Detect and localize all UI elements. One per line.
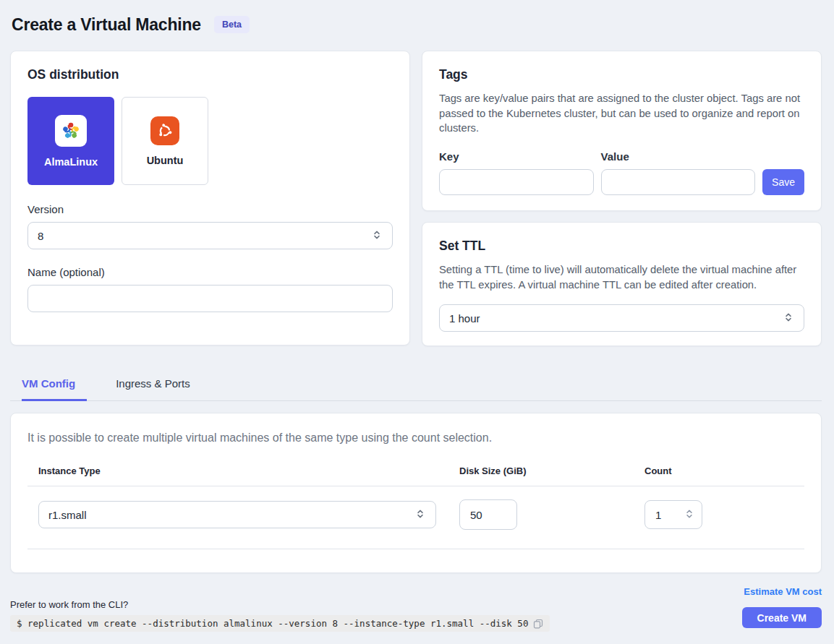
column-header-disk-size: Disk Size (GiB) — [448, 465, 634, 476]
value-label: Value — [601, 150, 756, 163]
os-card-title: OS distribution — [27, 67, 393, 82]
tags-title: Tags — [439, 67, 804, 82]
tags-description: Tags are key/value pairs that are assign… — [439, 91, 804, 136]
cli-prompt: Prefer to work from the CLI? — [10, 599, 550, 610]
name-label: Name (optional) — [27, 266, 393, 278]
os-tile-label-almalinux: AlmaLinux — [44, 156, 98, 168]
set-ttl-card: Set TTL Setting a TTL (time to live) wil… — [422, 222, 822, 346]
copy-icon[interactable] — [533, 619, 543, 629]
os-tile-almalinux[interactable]: AlmaLinux — [27, 97, 114, 185]
vm-config-card: It is possible to create multiple virtua… — [10, 413, 822, 573]
chevron-up-down-icon — [371, 229, 383, 243]
tab-bar: VM Config Ingress & Ports — [10, 369, 822, 401]
count-value: 1 — [655, 509, 661, 521]
os-distribution-card: OS distribution — [10, 51, 410, 345]
ttl-title: Set TTL — [439, 239, 804, 254]
column-header-count: Count — [634, 465, 804, 476]
os-tile-label-ubuntu: Ubuntu — [147, 155, 184, 166]
os-tile-ubuntu[interactable]: Ubuntu — [122, 97, 208, 185]
footer: Prefer to work from the CLI? $ replicate… — [10, 586, 822, 632]
right-column: Tags Tags are key/value pairs that are a… — [422, 51, 822, 346]
key-label: Key — [439, 150, 594, 163]
almalinux-icon — [55, 115, 87, 147]
beta-badge: Beta — [214, 16, 250, 33]
save-button[interactable]: Save — [762, 169, 804, 195]
ttl-select[interactable]: 1 hour — [439, 304, 804, 332]
tab-vm-config[interactable]: VM Config — [22, 369, 87, 401]
version-select-value: 8 — [38, 230, 43, 242]
key-input[interactable] — [439, 169, 594, 195]
cli-command: $ replicated vm create --distribution al… — [17, 618, 528, 629]
tags-form: Key Value Save — [439, 150, 804, 195]
ttl-select-value: 1 hour — [449, 312, 480, 325]
column-header-instance-type: Instance Type — [27, 465, 448, 476]
version-select[interactable]: 8 — [27, 222, 393, 249]
instance-type-value: r1.small — [48, 509, 87, 521]
create-vm-button[interactable]: Create VM — [742, 607, 822, 628]
stepper-arrows-icon[interactable] — [684, 508, 694, 522]
os-tiles: AlmaLinux Ubuntu — [27, 97, 393, 185]
chevron-up-down-icon — [414, 508, 426, 522]
chevron-up-down-icon — [783, 312, 794, 325]
estimate-vm-cost-link[interactable]: Estimate VM cost — [744, 586, 822, 597]
tags-card: Tags Tags are key/value pairs that are a… — [422, 51, 822, 211]
ubuntu-icon — [150, 116, 179, 145]
page-header: Create a Virtual Machine Beta — [12, 12, 822, 38]
footer-actions: Estimate VM cost Create VM — [742, 586, 822, 628]
top-grid: OS distribution — [10, 51, 822, 346]
vm-table-row: r1.small 1 — [27, 486, 804, 549]
instance-type-select[interactable]: r1.small — [38, 501, 436, 528]
vm-table-header: Instance Type Disk Size (GiB) Count — [27, 465, 804, 486]
vm-config-description: It is possible to create multiple virtua… — [27, 432, 804, 445]
cli-command-box: $ replicated vm create --distribution al… — [10, 615, 550, 632]
name-input[interactable] — [27, 285, 393, 312]
version-label: Version — [27, 203, 393, 215]
cli-section: Prefer to work from the CLI? $ replicate… — [10, 599, 550, 632]
count-stepper[interactable]: 1 — [644, 500, 702, 529]
page-title: Create a Virtual Machine — [12, 15, 201, 35]
tab-ingress-ports[interactable]: Ingress & Ports — [116, 369, 197, 400]
value-input[interactable] — [601, 169, 756, 195]
disk-size-input[interactable] — [459, 499, 517, 530]
ttl-description: Setting a TTL (time to live) will automa… — [439, 262, 804, 292]
